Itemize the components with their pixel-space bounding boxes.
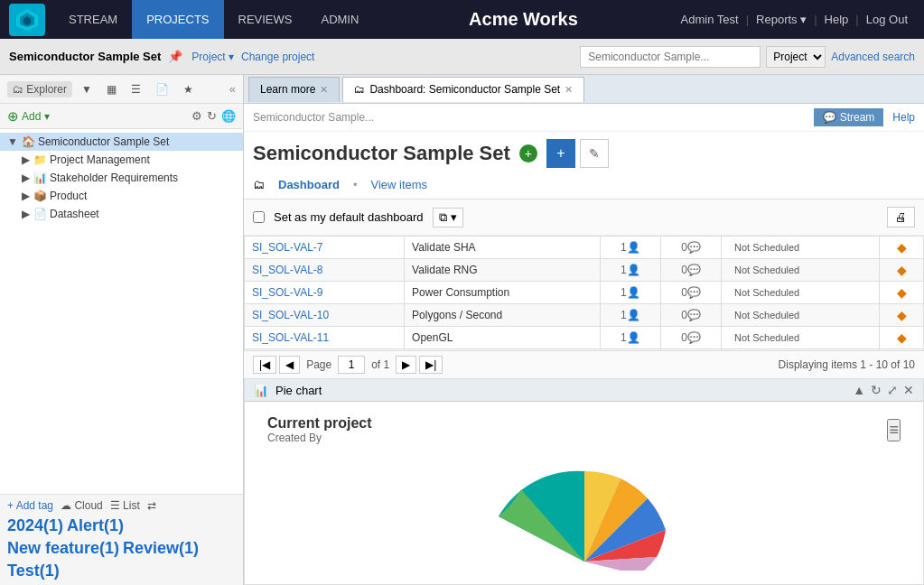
- chart-up-icon[interactable]: ▲: [853, 383, 865, 397]
- filter-btn[interactable]: ▼: [76, 81, 98, 98]
- pag-first-btn[interactable]: |◀: [253, 356, 276, 374]
- site-name: Acme Works: [373, 9, 673, 30]
- window-select-btn[interactable]: ⧉ ▾: [433, 208, 463, 228]
- item-status-9: Not Scheduled: [722, 282, 880, 304]
- tag-test[interactable]: Test(1): [7, 562, 60, 580]
- tab-learn-more-close[interactable]: ✕: [320, 84, 328, 96]
- pag-last-btn[interactable]: ▶|: [419, 356, 443, 374]
- chart-menu-btn[interactable]: ≡: [887, 419, 901, 441]
- stream-btn-label: Stream: [840, 111, 875, 124]
- nav-projects[interactable]: PROJECTS: [132, 0, 223, 39]
- settings-icon[interactable]: ⚙: [191, 109, 202, 123]
- edit-dashboard-btn[interactable]: ✎: [580, 139, 609, 168]
- refresh-icon[interactable]: ↻: [207, 109, 217, 123]
- main-layout: 🗂 Explorer ▼ ▦ ☰ 📄 ★ « ⊕ Add ▾ ⚙ ↻ 🌐 ▼ 🏠: [0, 75, 924, 585]
- chart-reload-icon[interactable]: ↻: [871, 383, 882, 397]
- tag-new-feature[interactable]: New feature(1): [7, 539, 119, 558]
- explorer-btn[interactable]: 🗂 Explorer: [7, 81, 72, 98]
- page-number-input[interactable]: [338, 356, 365, 374]
- nav-stream[interactable]: STREAM: [54, 0, 132, 39]
- pagination-row: |◀ ◀ Page of 1 ▶ ▶| Displaying items 1 -…: [244, 350, 924, 378]
- star-btn[interactable]: ★: [178, 81, 199, 98]
- chart-fullscreen-icon[interactable]: ⤢: [887, 383, 898, 397]
- cloud-view-btn[interactable]: ☁ Cloud: [61, 499, 103, 512]
- pag-next-btn[interactable]: ▶: [396, 356, 416, 374]
- item-num1-7: 1👤: [600, 237, 660, 259]
- nav-view-items-link[interactable]: View items: [370, 178, 427, 191]
- app-logo[interactable]: [9, 4, 45, 36]
- item-id-11[interactable]: SI_SOL-VAL-11: [245, 327, 405, 349]
- list-btn[interactable]: ☰: [126, 81, 146, 98]
- right-content: Semiconductor Sample... 💬 Stream Help Se…: [244, 104, 924, 585]
- project-filter-select[interactable]: Project: [766, 46, 826, 68]
- tree-expand-icon: ▼: [7, 135, 18, 148]
- add-circle-btn[interactable]: +: [519, 144, 537, 162]
- search-input[interactable]: [580, 46, 761, 68]
- pin-icon[interactable]: 📌: [168, 50, 182, 63]
- item-status-10: Not Scheduled: [722, 304, 880, 327]
- tree-item-stakeholder[interactable]: ▶ 📊 Stakeholder Requirements: [0, 169, 243, 187]
- nav-reviews[interactable]: REVIEWS: [224, 0, 307, 39]
- stream-btn[interactable]: 💬 Stream: [814, 108, 884, 126]
- chart-sub-title: Created By: [267, 432, 372, 444]
- admin-test-link[interactable]: Admin Test: [674, 13, 746, 26]
- tree-item-project-mgmt[interactable]: ▶ 📁 Project Management: [0, 151, 243, 169]
- items-table: SI_SOL-VAL-7 Validate SHA 1👤 0💬 Not Sche…: [244, 236, 924, 350]
- refresh-tags-btn[interactable]: ⇄: [147, 499, 156, 512]
- doc-btn[interactable]: 📄: [150, 81, 174, 98]
- item-id-10[interactable]: SI_SOL-VAL-10: [245, 304, 405, 327]
- tab-learn-more[interactable]: Learn more ✕: [248, 77, 340, 102]
- item-id-7[interactable]: SI_SOL-VAL-7: [245, 237, 405, 259]
- tag-alert[interactable]: Alert(1): [67, 516, 124, 535]
- item-flag-9: ◆: [880, 282, 924, 304]
- tab-dashboard[interactable]: 🗂 Dashboard: Semiconductor Sample Set ✕: [342, 77, 584, 102]
- add-btn[interactable]: ⊕ Add ▾: [7, 108, 50, 125]
- item-id-9[interactable]: SI_SOL-VAL-9: [245, 282, 405, 304]
- tree-item-semiconductor[interactable]: ▼ 🏠 Semiconductor Sample Set: [0, 133, 243, 151]
- tree-item-expand-sr: ▶: [22, 172, 30, 184]
- page-of-label: of 1: [371, 358, 389, 371]
- default-dashboard-checkbox[interactable]: [253, 211, 265, 223]
- tab-dashboard-close[interactable]: ✕: [565, 84, 573, 96]
- table-row: SI_SOL-VAL-9 Power Consumption 1👤 0💬 Not…: [245, 282, 924, 304]
- table-row: SI_SOL-VAL-8 Validate RNG 1👤 0💬 Not Sche…: [245, 259, 924, 282]
- items-table-container: SI_SOL-VAL-7 Validate SHA 1👤 0💬 Not Sche…: [244, 236, 924, 350]
- pag-prev-btn[interactable]: ◀: [279, 356, 300, 374]
- chart-header: 📊 Pie chart ▲ ↻ ⤢ ✕: [245, 379, 923, 402]
- list-view-btn[interactable]: ☰ List: [110, 499, 140, 512]
- grid-btn[interactable]: ▦: [101, 81, 122, 98]
- reports-link[interactable]: Reports ▾: [749, 13, 814, 26]
- add-widget-btn[interactable]: +: [546, 139, 575, 168]
- tree-icon-product: 📦: [33, 190, 47, 202]
- tree-item-product[interactable]: ▶ 📦 Product: [0, 187, 243, 205]
- breadcrumb: Semiconductor Sample...: [253, 111, 374, 124]
- globe-icon[interactable]: 🌐: [221, 109, 236, 123]
- project-dropdown-btn[interactable]: Project ▾: [191, 51, 234, 63]
- print-btn[interactable]: 🖨: [887, 207, 915, 228]
- item-num1-11: 1👤: [600, 327, 660, 349]
- change-project-btn[interactable]: Change project: [241, 51, 314, 63]
- chart-close-icon[interactable]: ✕: [903, 383, 914, 397]
- help-link[interactable]: Help: [817, 13, 856, 26]
- display-info: Displaying items 1 - 10 of 10: [779, 358, 915, 371]
- item-name-10: Polygons / Second: [405, 304, 601, 327]
- add-tag-btn[interactable]: + Add tag: [7, 499, 53, 512]
- nav-admin[interactable]: ADMIN: [306, 0, 373, 39]
- nav-dashboard-link[interactable]: Dashboard: [278, 178, 340, 191]
- pagination-btns: |◀ ◀ Page of 1 ▶ ▶|: [253, 356, 443, 374]
- tree-item-datasheet[interactable]: ▶ 📄 Datasheet: [0, 205, 243, 223]
- tag-2024[interactable]: 2024(1): [7, 516, 63, 535]
- tag-review[interactable]: Review(1): [123, 539, 199, 558]
- logout-link[interactable]: Log Out: [859, 13, 915, 26]
- tree-area: ▼ 🏠 Semiconductor Sample Set ▶ 📁 Project…: [0, 129, 243, 494]
- tree-item-expand-ds: ▶: [22, 208, 30, 220]
- tabs-bar: Learn more ✕ 🗂 Dashboard: Semiconductor …: [244, 75, 924, 104]
- chart-body: Current project Created By ≡: [245, 402, 923, 584]
- chart-title: Pie chart: [275, 384, 322, 397]
- collapse-btn[interactable]: «: [229, 82, 236, 96]
- help-page-link[interactable]: Help: [892, 111, 915, 124]
- tab-learn-more-label: Learn more: [260, 83, 315, 96]
- window-icon: ⧉: [439, 210, 447, 225]
- item-id-8[interactable]: SI_SOL-VAL-8: [245, 259, 405, 282]
- adv-search-link[interactable]: Advanced search: [831, 51, 915, 63]
